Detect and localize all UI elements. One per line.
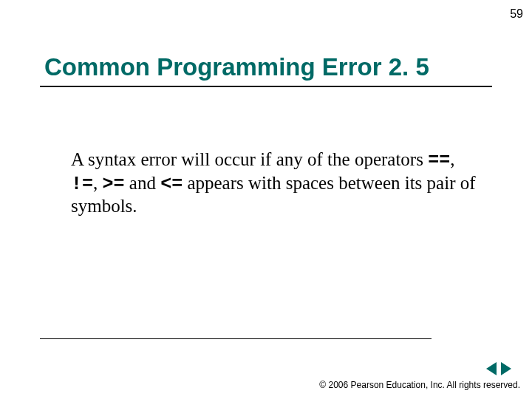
nav-controls <box>486 362 511 375</box>
operator-lte: <= <box>160 174 183 195</box>
title-block: Common Programming Error 2. 5 <box>40 53 492 87</box>
next-button[interactable] <box>501 362 511 375</box>
operator-gte: >= <box>103 174 125 195</box>
operator-eq: == <box>428 150 450 171</box>
body-mid: and <box>125 173 161 193</box>
body-lead: A syntax error will occur if any of the … <box>71 149 428 169</box>
footer-rule <box>40 338 432 339</box>
sep2: , <box>93 173 103 193</box>
operator-neq: != <box>71 174 93 195</box>
copyright: © 2006 Pearson Education, Inc. All right… <box>319 380 520 390</box>
triangle-left-icon <box>486 362 497 375</box>
prev-button[interactable] <box>486 362 497 375</box>
page-number: 59 <box>510 7 523 21</box>
sep1: , <box>450 149 454 169</box>
slide-title: Common Programming Error 2. 5 <box>40 53 492 81</box>
triangle-right-icon <box>501 362 511 375</box>
title-underline <box>40 86 492 87</box>
body-paragraph: A syntax error will occur if any of the … <box>71 149 485 217</box>
